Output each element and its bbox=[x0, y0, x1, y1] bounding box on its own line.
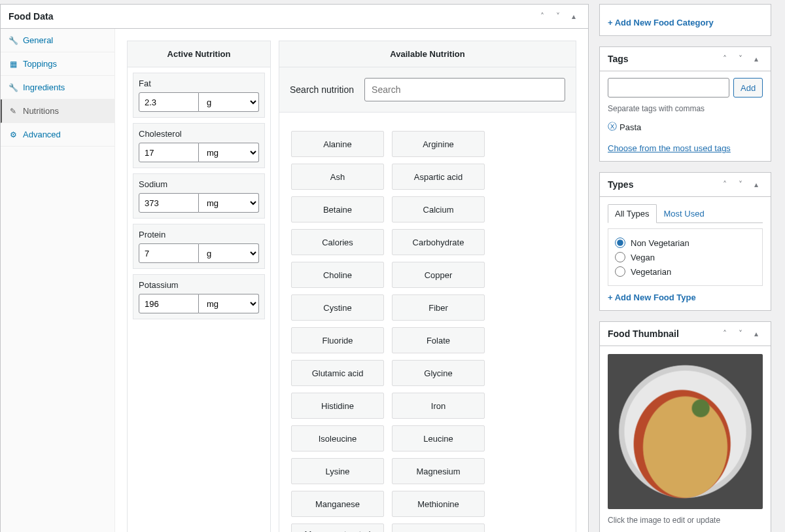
thumbnail-title: Food Thumbnail bbox=[608, 328, 679, 339]
available-nutrition-list: AlanineArginineAshAspartic acidBetaineCa… bbox=[279, 113, 576, 532]
gear-icon: ⚙ bbox=[9, 130, 18, 139]
nav-item-ingredients[interactable]: 🔧Ingredients bbox=[1, 76, 114, 99]
wrench-icon: 🔧 bbox=[9, 83, 18, 92]
nutrition-pill[interactable]: Histidine bbox=[291, 393, 384, 419]
nutrition-pill[interactable]: Fluoride bbox=[291, 327, 384, 353]
wrench-icon: 🔧 bbox=[9, 36, 18, 45]
chevron-up-icon[interactable]: ˄ bbox=[536, 10, 549, 23]
food-thumbnail-panel: Food Thumbnail ˄ ˅ ▴ Click the image to … bbox=[599, 321, 771, 532]
nutrition-pill[interactable]: Arginine bbox=[392, 131, 485, 157]
tags-title: Tags bbox=[608, 54, 629, 64]
nutrition-pill[interactable]: Betaine bbox=[291, 196, 384, 222]
food-data-content: Active Nutrition FatgCholesterolmgSodium… bbox=[115, 29, 588, 532]
caret-up-icon[interactable]: ▴ bbox=[750, 327, 763, 340]
type-radio[interactable] bbox=[615, 252, 625, 262]
nutrition-pill[interactable]: Calories bbox=[291, 229, 384, 255]
nutrition-pill[interactable]: Monounsaturated fatty acids bbox=[291, 523, 384, 532]
add-food-category-link[interactable]: + Add New Food Category bbox=[608, 18, 763, 27]
add-tag-button[interactable]: Add bbox=[733, 78, 763, 98]
nutrition-label: Potassium bbox=[139, 280, 259, 290]
type-option[interactable]: Non Vegetarian bbox=[615, 236, 756, 250]
nutrition-pill[interactable]: Leucine bbox=[392, 425, 485, 452]
nutrition-value-input[interactable] bbox=[139, 92, 199, 112]
nav-item-label: Advanced bbox=[23, 130, 61, 139]
panel-controls: ˄ ˅ ▴ bbox=[536, 10, 580, 23]
nav-item-general[interactable]: 🔧General bbox=[1, 29, 114, 52]
nutrition-pill[interactable]: Glutamic acid bbox=[291, 360, 384, 386]
nutrition-pill[interactable]: Isoleucine bbox=[291, 425, 384, 452]
nutrition-unit-select[interactable]: mg bbox=[199, 193, 259, 213]
food-data-header: Food Data ˄ ˅ ▴ bbox=[1, 5, 588, 29]
add-food-type-link[interactable]: + Add New Food Type bbox=[608, 293, 763, 302]
nutrition-unit-select[interactable]: g bbox=[199, 92, 259, 112]
nutrition-pill[interactable]: Folate bbox=[392, 327, 485, 353]
search-label: Search nutrition bbox=[290, 84, 354, 95]
nutrition-pill[interactable]: Alanine bbox=[291, 131, 384, 157]
nutrition-pill[interactable]: Iron bbox=[392, 393, 485, 419]
tab-most-used[interactable]: Most Used bbox=[657, 204, 712, 223]
type-option[interactable]: Vegetarian bbox=[615, 264, 756, 279]
type-option[interactable]: Vegan bbox=[615, 250, 756, 264]
nutrition-pill[interactable]: Choline bbox=[291, 262, 384, 288]
caret-up-icon[interactable]: ▴ bbox=[750, 52, 763, 65]
tags-panel: Tags ˄ ˅ ▴ Add Separate tags with commas… bbox=[599, 46, 771, 162]
nutrition-card-sodium: Sodiummg bbox=[133, 173, 265, 219]
available-nutrition-title: Available Nutrition bbox=[279, 41, 576, 67]
type-label: Vegetarian bbox=[631, 267, 671, 277]
nutrition-pill[interactable]: Glycine bbox=[392, 360, 485, 386]
nav-item-toppings[interactable]: ▦Toppings bbox=[1, 52, 114, 76]
chevron-up-icon[interactable]: ˄ bbox=[718, 327, 731, 340]
nutrition-pill[interactable]: Calcium bbox=[392, 196, 485, 222]
search-input[interactable] bbox=[364, 78, 565, 101]
nav-item-advanced[interactable]: ⚙Advanced bbox=[1, 123, 114, 147]
choose-tags-link[interactable]: Choose from the most used tags bbox=[608, 143, 763, 153]
food-data-side-nav: 🔧General▦Toppings🔧Ingredients✎Nutritions… bbox=[1, 29, 115, 532]
caret-up-icon[interactable]: ▴ bbox=[750, 178, 763, 191]
nutrition-unit-select[interactable]: g bbox=[199, 243, 259, 263]
type-radio[interactable] bbox=[615, 238, 625, 248]
nutrition-unit-select[interactable]: mg bbox=[199, 143, 259, 162]
nutrition-unit-select[interactable]: mg bbox=[199, 294, 259, 313]
nutrition-card-protein: Proteing bbox=[133, 224, 265, 269]
caret-up-icon[interactable]: ▴ bbox=[567, 10, 580, 23]
nutrition-pill[interactable]: Methionine bbox=[392, 491, 485, 517]
nutrition-value-input[interactable] bbox=[139, 243, 199, 263]
chevron-up-icon[interactable]: ˄ bbox=[718, 178, 731, 191]
nutrition-label: Protein bbox=[139, 230, 259, 239]
nutrition-label: Cholesterol bbox=[139, 129, 259, 139]
nutrition-value-input[interactable] bbox=[139, 193, 199, 213]
nutrition-pill[interactable]: Magnesium bbox=[392, 458, 485, 484]
nutrition-pill[interactable]: Lysine bbox=[291, 458, 384, 484]
nav-item-label: General bbox=[23, 35, 53, 45]
type-radio[interactable] bbox=[615, 266, 625, 277]
nav-item-label: Ingredients bbox=[23, 82, 65, 92]
nutrition-pill[interactable]: Copper bbox=[392, 262, 485, 288]
nutrition-value-input[interactable] bbox=[139, 294, 199, 313]
panel-title: Food Data bbox=[9, 11, 53, 22]
chevron-down-icon[interactable]: ˅ bbox=[734, 52, 747, 65]
nutrition-pill[interactable]: Carbohydrate bbox=[392, 229, 485, 255]
nav-item-label: Toppings bbox=[23, 59, 57, 69]
nutrition-card-cholesterol: Cholesterolmg bbox=[133, 123, 265, 168]
chevron-down-icon[interactable]: ˅ bbox=[734, 327, 747, 340]
nutrition-pill[interactable]: Aspartic acid bbox=[392, 164, 485, 190]
nutrition-label: Fat bbox=[139, 79, 259, 88]
nutrition-pill[interactable]: Ash bbox=[291, 164, 384, 190]
food-thumbnail-image[interactable] bbox=[608, 354, 763, 509]
nutrition-pill[interactable]: Cystine bbox=[291, 294, 384, 321]
tags-hint: Separate tags with commas bbox=[608, 104, 763, 113]
nutrition-pill[interactable]: Fiber bbox=[392, 294, 485, 321]
nav-item-nutritions[interactable]: ✎Nutritions bbox=[1, 99, 114, 123]
grid-icon: ▦ bbox=[9, 60, 18, 69]
remove-tag-icon[interactable]: ⓧ bbox=[608, 121, 617, 133]
chevron-down-icon[interactable]: ˅ bbox=[551, 10, 565, 23]
tab-all-types[interactable]: All Types bbox=[608, 204, 657, 223]
nutrition-pill[interactable]: Niacin bbox=[392, 523, 485, 532]
chevron-down-icon[interactable]: ˅ bbox=[734, 178, 747, 191]
available-nutrition-box: Available Nutrition Search nutrition Ala… bbox=[279, 41, 576, 532]
chevron-up-icon[interactable]: ˄ bbox=[718, 52, 731, 65]
nutrition-pill[interactable]: Manganese bbox=[291, 491, 384, 517]
nutrition-value-input[interactable] bbox=[139, 143, 199, 162]
types-title: Types bbox=[608, 179, 633, 190]
tags-input[interactable] bbox=[608, 78, 729, 98]
